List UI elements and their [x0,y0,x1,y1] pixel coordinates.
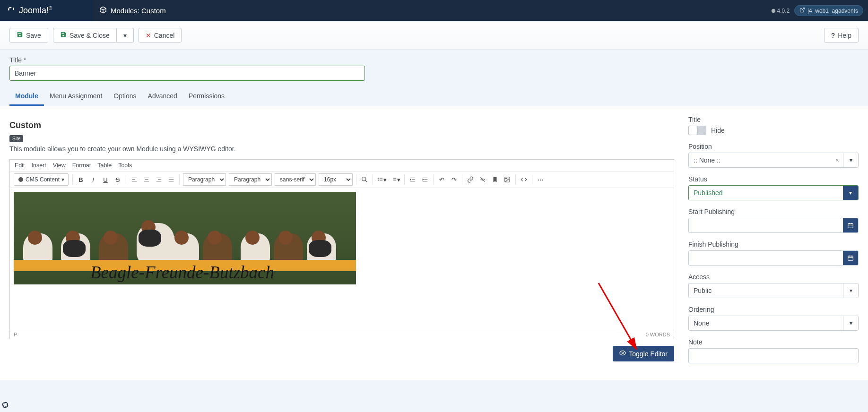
image-button[interactable] [501,173,513,186]
toggle-editor-label: Toggle Editor [629,350,668,358]
help-icon: ? [831,32,835,39]
indent-button[interactable] [419,173,431,186]
start-pub-input[interactable] [689,218,843,232]
start-pub-calendar-button[interactable] [843,218,858,232]
external-link-icon [799,7,805,14]
menu-insert[interactable]: Insert [32,162,46,169]
wysiwyg-editor: Edit Insert View Format Table Tools CMS … [9,159,674,339]
font-size-select[interactable]: 16px [319,173,353,186]
section-heading: Custom [9,120,674,130]
top-bar: Joomla!® Modules: Custom 4.0.2 j4_web1_a… [0,0,868,21]
bold-button[interactable]: B [75,173,87,186]
block-format-select[interactable]: Paragraph [183,173,226,186]
svg-point-6 [506,178,507,179]
start-pub-input-group [688,218,859,233]
field-finish-publishing: Finish Publishing [688,240,859,266]
link-button[interactable] [464,173,477,186]
help-button[interactable]: ? Help [824,28,859,43]
status-select[interactable]: Published ▾ [688,185,859,200]
tabs: Module Menu Assignment Options Advanced … [0,87,868,106]
sidebar: Title Hide Position :: None :: × ▾ Statu… [688,116,859,371]
field-title-toggle: Title Hide [688,116,859,135]
font-family-select[interactable]: sans-serif [275,173,316,186]
unlink-button[interactable] [477,173,489,186]
more-button[interactable]: ⋯ [534,173,547,186]
action-toolbar: Save Save & Close ▾ ✕ Cancel ? Help [0,21,868,50]
access-select[interactable]: Public ▾ [688,283,859,298]
toggle-row: Toggle Editor [9,346,674,361]
align-left-button[interactable] [128,173,140,186]
status-caret[interactable]: ▾ [843,186,858,200]
save-icon [60,31,67,39]
toggle-editor-button[interactable]: Toggle Editor [613,346,674,361]
finish-pub-input[interactable] [689,251,843,265]
title-input[interactable] [9,66,365,81]
page-title-area: Modules: Custom [93,6,173,15]
site-badge: Site [9,135,23,142]
title-label: Title * [9,56,859,64]
banner-image[interactable]: Beagle-Freunde-Butzbach [14,192,356,284]
tab-advanced[interactable]: Advanced [142,87,183,106]
save-dropdown-button[interactable]: ▾ [117,28,134,43]
strikethrough-button[interactable]: S [112,173,124,186]
align-right-button[interactable] [153,173,165,186]
save-label: Save [26,32,41,39]
menu-edit[interactable]: Edit [15,162,25,169]
field-start-publishing: Start Publishing [688,208,859,233]
word-count: 0 WORDS [646,332,670,337]
ordering-select[interactable]: None ▾ [688,316,859,331]
title-toggle-label: Title [688,116,859,123]
position-caret[interactable]: ▾ [843,153,858,167]
save-button[interactable]: Save [9,28,48,43]
cancel-button[interactable]: ✕ Cancel [139,28,182,43]
underline-button[interactable]: U [99,173,112,186]
tab-module[interactable]: Module [9,87,44,106]
italic-button[interactable]: I [87,173,99,186]
menu-format[interactable]: Format [72,162,91,169]
access-caret[interactable]: ▾ [843,283,858,298]
position-clear-icon[interactable]: × [832,153,843,167]
undo-button[interactable]: ↶ [435,173,448,186]
title-toggle-switch[interactable] [688,126,706,135]
brand-area[interactable]: Joomla!® [0,0,93,21]
save-close-group: Save & Close ▾ [53,28,134,43]
style-format-select[interactable]: Paragraph [229,173,272,186]
numbered-list-button[interactable]: ▾ [389,173,402,186]
main-panel: Custom Site This module allows you to cr… [0,106,868,380]
source-code-button[interactable] [518,173,530,186]
search-button[interactable] [358,173,371,186]
position-label: Position [688,143,859,150]
ordering-caret[interactable]: ▾ [843,316,858,330]
position-select[interactable]: :: None :: × ▾ [688,153,859,168]
bookmark-button[interactable] [489,173,501,186]
editor-canvas[interactable]: Beagle-Freunde-Butzbach [10,188,674,330]
note-input[interactable] [688,348,859,363]
menu-table[interactable]: Table [97,162,112,169]
field-note: Note [688,338,859,363]
save-close-button[interactable]: Save & Close [53,28,117,43]
close-icon: ✕ [146,32,151,39]
menu-view[interactable]: View [53,162,66,169]
tab-menu-assignment[interactable]: Menu Assignment [44,87,108,106]
redo-button[interactable]: ↷ [448,173,460,186]
menu-tools[interactable]: Tools [118,162,132,169]
version-label: 4.0.2 [771,8,790,14]
site-link-badge[interactable]: j4_web1_agadvents [794,5,863,16]
field-access: Access Public ▾ [688,273,859,298]
element-path[interactable]: P [14,332,17,337]
outdent-button[interactable] [407,173,419,186]
align-justify-button[interactable] [165,173,177,186]
note-label: Note [688,338,859,346]
align-center-button[interactable] [140,173,153,186]
tab-permissions[interactable]: Permissions [183,87,230,106]
tab-options[interactable]: Options [108,87,142,106]
joomla-logo-icon [7,5,16,16]
title-field-wrap: Title * [0,50,868,87]
bullet-list-button[interactable]: ▾ [375,173,389,186]
cms-content-dropdown[interactable]: CMS Content ▾ [14,173,69,186]
status-label: Status [688,175,859,183]
svg-point-4 [378,180,378,180]
editor-toolbar: CMS Content ▾ B I U S [10,172,674,188]
finish-pub-calendar-button[interactable] [843,251,858,265]
svg-rect-9 [848,223,853,228]
